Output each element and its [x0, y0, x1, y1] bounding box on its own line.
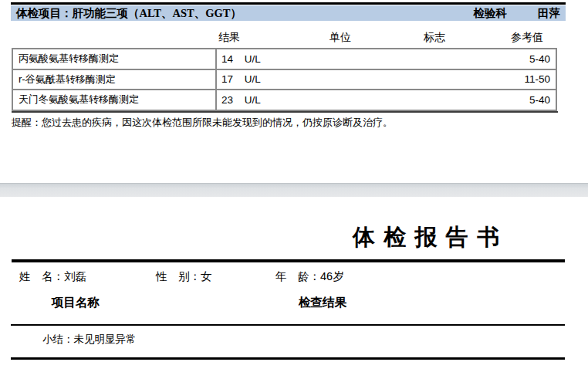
patient-name-label: 姓 名：: [19, 270, 64, 282]
patient-gender-field: 性 别：女: [156, 269, 212, 284]
exam-header-bar: 体检项目：肝功能三项（ALT、AST、GGT） 检验科 田萍: [11, 5, 566, 21]
test-unit: U/L: [245, 53, 261, 65]
table-row: 丙氨酸氨基转移酶测定 14 U/L 5-40: [13, 49, 556, 70]
test-name: 天门冬氨酸氨基转移酶测定: [13, 93, 215, 107]
test-values-cell: 14 U/L 5-40: [215, 49, 556, 69]
test-reference-range: 5-40: [529, 53, 556, 65]
lab-results-table: 丙氨酸氨基转移酶测定 14 U/L 5-40 r-谷氨酰基转移酶测定 17 U/…: [12, 48, 557, 111]
patient-age-label: 年 龄：: [275, 270, 320, 282]
title-underline-rule: [12, 259, 565, 262]
summary-label: 小结：: [42, 333, 74, 345]
report-title: 体 检 报 告 书: [353, 222, 501, 253]
patient-gender-value: 女: [201, 270, 212, 282]
test-values-cell: 17 U/L 11-50: [215, 70, 556, 90]
patient-name-field: 姓 名：刘磊: [19, 269, 86, 284]
top-divider-rule: [11, 2, 566, 5]
test-result-group: 17 U/L: [221, 73, 261, 85]
test-name: r-谷氨酰基转移酶测定: [13, 73, 215, 86]
examiner-name: 田萍: [538, 6, 560, 21]
section-header-exam-result: 检查结果: [299, 295, 346, 311]
patient-age-field: 年 龄：46岁: [275, 269, 344, 284]
report-viewer: 体检项目：肝功能三项（ALT、AST、GGT） 检验科 田萍 结果 单位 标志 …: [0, 0, 588, 389]
department-label: 检验科: [474, 6, 508, 21]
test-name: 丙氨酸氨基转移酶测定: [13, 52, 215, 66]
patient-gender-label: 性 别：: [156, 270, 201, 282]
exam-header-right: 检验科 田萍: [474, 6, 561, 21]
reminder-text: 提醒：您过去患的疾病，因这次体检范围所限未能发现到的情况，仍按原诊断及治疗。: [12, 116, 393, 130]
test-unit: U/L: [245, 73, 261, 85]
test-result-value: 17: [221, 73, 233, 85]
test-values-cell: 23 U/L 5-40: [215, 90, 556, 110]
section-header-item-name: 项目名称: [52, 295, 100, 311]
test-result-group: 14 U/L: [221, 53, 261, 65]
table-row: 天门冬氨酸氨基转移酶测定 23 U/L 5-40: [13, 90, 556, 110]
test-result-value: 23: [221, 94, 233, 106]
column-header-reference: 参考值: [511, 31, 543, 45]
test-result-group: 23 U/L: [221, 94, 261, 106]
column-header-unit: 单位: [329, 31, 351, 45]
patient-info-row: 姓 名：刘磊 性 别：女 年 龄：46岁: [0, 269, 588, 283]
test-unit: U/L: [245, 94, 261, 106]
exam-section-title: 体检项目：肝功能三项（ALT、AST、GGT）: [16, 6, 242, 21]
test-result-value: 14: [221, 53, 233, 65]
patient-name-value: 刘磊: [64, 270, 86, 282]
summary-value: 未见明显异常: [74, 333, 137, 345]
table-row: r-谷氨酰基转移酶测定 17 U/L 11-50: [13, 70, 556, 91]
column-header-flag: 标志: [424, 31, 445, 45]
test-reference-range: 5-40: [529, 94, 556, 106]
summary-top-rule: [11, 324, 565, 326]
patient-age-value: 46岁: [320, 270, 344, 282]
page-separator: [0, 183, 588, 197]
summary-row: 小结：未见明显异常: [42, 333, 137, 347]
summary-bottom-rule: [11, 357, 565, 360]
test-reference-range: 11-50: [524, 73, 556, 85]
table-bottom-rule: [12, 111, 558, 113]
column-header-result: 结果: [218, 31, 240, 45]
